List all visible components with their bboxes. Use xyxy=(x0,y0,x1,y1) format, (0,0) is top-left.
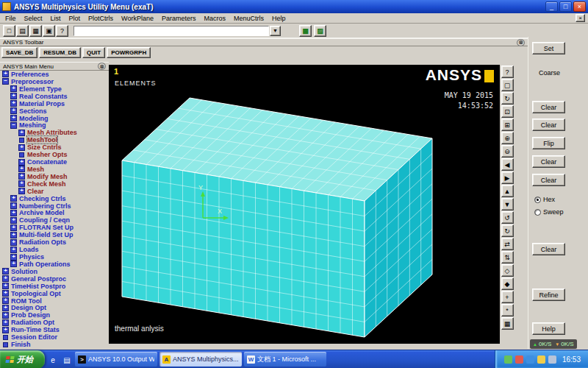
dynamic-mode-button[interactable]: + xyxy=(501,291,514,303)
tree-item-mesher-opts[interactable]: Mesher Opts xyxy=(0,151,109,158)
menu-help[interactable]: Help xyxy=(268,15,290,22)
menu-plotctrls[interactable]: PlotCtrls xyxy=(85,15,117,22)
meshtool-help-button[interactable]: Help xyxy=(532,322,565,335)
quick-launch-internet-explorer[interactable]: e xyxy=(47,355,59,367)
pan-down-button[interactable]: ▼ xyxy=(501,198,514,210)
tree-item-checking-ctrls[interactable]: +Checking Ctrls xyxy=(0,195,109,202)
tree-item-prob-design[interactable]: +Prob Design xyxy=(0,311,109,319)
new-file-button[interactable]: □ xyxy=(3,25,15,37)
expand-icon[interactable]: + xyxy=(10,202,17,209)
print-button[interactable]: ▣ xyxy=(43,25,55,37)
pan-left-button[interactable]: ◀ xyxy=(501,158,514,171)
window-layout-button[interactable]: ▢ xyxy=(501,79,514,91)
meshtool-clear-button[interactable]: Clear xyxy=(532,101,565,113)
tree-item-mesh[interactable]: +Mesh xyxy=(0,166,109,173)
meshtool-set-button[interactable]: Set xyxy=(532,42,565,54)
expand-icon[interactable]: + xyxy=(2,327,9,333)
tray-icon[interactable] xyxy=(548,355,556,364)
meshtool-clear-button[interactable]: Clear xyxy=(532,155,565,168)
resum-db-button[interactable]: RESUM_DB xyxy=(39,47,81,58)
pan-right-button[interactable]: ▶ xyxy=(501,171,514,184)
expand-icon[interactable]: + xyxy=(2,71,9,77)
expand-icon[interactable]: + xyxy=(18,166,25,172)
help-button[interactable]: ? xyxy=(56,25,68,37)
lighting-button[interactable]: * xyxy=(501,304,514,316)
item-icon[interactable] xyxy=(3,335,8,340)
save-db-button[interactable]: SAVE_DB xyxy=(1,47,37,58)
multi-plot-button[interactable]: ▦ xyxy=(501,317,514,330)
expand-icon[interactable]: + xyxy=(2,319,9,326)
meshtool-clear-button[interactable]: Clear xyxy=(532,174,565,186)
graphics-viewport[interactable]: Y X 1 ELEMENTS ANSYS MAY 19 2015 14:53:5… xyxy=(109,65,500,344)
tree-item-size-cntrls[interactable]: +Size Cntrls xyxy=(0,144,109,151)
quit-button[interactable]: QUIT xyxy=(82,47,105,58)
tree-item-loads[interactable]: +Loads xyxy=(0,246,109,253)
pin-icon[interactable]: ⊗ xyxy=(517,39,525,46)
expand-icon[interactable]: + xyxy=(10,115,17,121)
tree-item-finish[interactable]: Finish xyxy=(0,341,109,348)
tree-item-concatenate[interactable]: +Concatenate xyxy=(0,158,109,166)
item-icon[interactable] xyxy=(19,152,24,158)
expand-icon[interactable]: + xyxy=(18,180,25,187)
expand-icon[interactable]: + xyxy=(2,290,9,297)
collapse-icon[interactable]: − xyxy=(10,122,17,129)
tree-item-clear[interactable]: +Clear xyxy=(0,188,109,195)
rotate-minus-z-button[interactable]: ◆ xyxy=(501,277,514,290)
tree-item-path-operations[interactable]: +Path Operations xyxy=(0,261,109,268)
maximize-button[interactable]: □ xyxy=(559,1,572,12)
meshtool-hex-radio[interactable]: Hex xyxy=(534,196,555,203)
tree-item-preferences[interactable]: +Preferences xyxy=(0,71,109,78)
tree-item-radiation-opt[interactable]: +Radiation Opt xyxy=(0,319,109,326)
taskbar-task[interactable]: >ANSYS 10.0 Output W... xyxy=(75,352,157,367)
expand-icon[interactable]: + xyxy=(10,100,17,107)
expand-icon[interactable]: + xyxy=(18,144,25,151)
tree-item-real-constants[interactable]: +Real Constants xyxy=(0,93,109,100)
save-button[interactable]: ▦ xyxy=(29,25,42,37)
expand-icon[interactable]: + xyxy=(10,261,17,267)
tree-item-element-type[interactable]: +Element Type xyxy=(0,85,109,93)
tree-item-solution[interactable]: +Solution xyxy=(0,268,109,275)
meshtool-sweep-radio[interactable]: Sweep xyxy=(534,208,564,216)
close-button[interactable]: × xyxy=(573,1,586,12)
tree-item-physics[interactable]: +Physics xyxy=(0,253,109,261)
tray-icon[interactable] xyxy=(515,355,523,364)
tree-item-mesh-attributes[interactable]: +Mesh Attributes xyxy=(0,129,109,136)
powrgrph-button[interactable]: POWRGRPH xyxy=(107,47,151,58)
expand-icon[interactable]: + xyxy=(10,93,17,99)
tray-icon[interactable] xyxy=(526,355,534,364)
meshtool-flip-button[interactable]: Flip xyxy=(532,137,565,149)
open-file-button[interactable]: ▤ xyxy=(16,25,29,37)
expand-icon[interactable]: + xyxy=(2,305,9,311)
menu-close-icon[interactable]: × xyxy=(576,14,585,22)
expand-icon[interactable]: + xyxy=(10,232,17,238)
item-icon[interactable] xyxy=(19,138,24,143)
menu-plot[interactable]: Plot xyxy=(65,15,85,22)
minimize-button[interactable]: _ xyxy=(545,1,558,12)
tree-item-modify-mesh[interactable]: +Modify Mesh xyxy=(0,173,109,180)
meshtool-clear-button[interactable]: Clear xyxy=(532,118,565,131)
taskbar-task[interactable]: AANSYS Multiphysics... xyxy=(159,352,242,367)
quick-launch-show-desktop[interactable]: ▤ xyxy=(61,355,73,367)
expand-icon[interactable]: + xyxy=(18,159,25,166)
meshtool-refine-button[interactable]: Refine xyxy=(532,289,565,301)
zoom-in-button[interactable]: ⊕ xyxy=(501,132,514,144)
tree-item-timehist-postpro[interactable]: +TimeHist Postpro xyxy=(0,283,109,290)
tree-item-design-opt[interactable]: +Design Opt xyxy=(0,305,109,312)
tree-item-flotran-set-up[interactable]: +FLOTRAN Set Up xyxy=(0,224,109,231)
tree-item-coupling-ceqn[interactable]: +Coupling / Ceqn xyxy=(0,216,109,224)
expand-icon[interactable]: + xyxy=(10,195,17,202)
menu-parameters[interactable]: Parameters xyxy=(158,15,200,22)
tree-item-check-mesh[interactable]: +Check Mesh xyxy=(0,180,109,188)
expand-icon[interactable]: + xyxy=(18,130,25,136)
pin-icon[interactable]: ⊗ xyxy=(98,63,106,70)
menu-macros[interactable]: Macros xyxy=(200,15,229,22)
context-help-button[interactable]: ? xyxy=(501,66,514,78)
tree-item-modeling[interactable]: +Modeling xyxy=(0,115,109,122)
tree-item-topological-opt[interactable]: +Topological Opt xyxy=(0,290,109,297)
tree-item-sections[interactable]: +Sections xyxy=(0,107,109,115)
rotate-minus-x-button[interactable]: ↻ xyxy=(501,224,514,237)
tree-item-meshtool[interactable]: MeshTool xyxy=(0,136,109,144)
expand-icon[interactable]: + xyxy=(2,312,9,319)
tree-item-multi-field-set-up[interactable]: +Multi-field Set Up xyxy=(0,231,109,238)
menu-menuctrls[interactable]: MenuCtrls xyxy=(230,15,268,22)
